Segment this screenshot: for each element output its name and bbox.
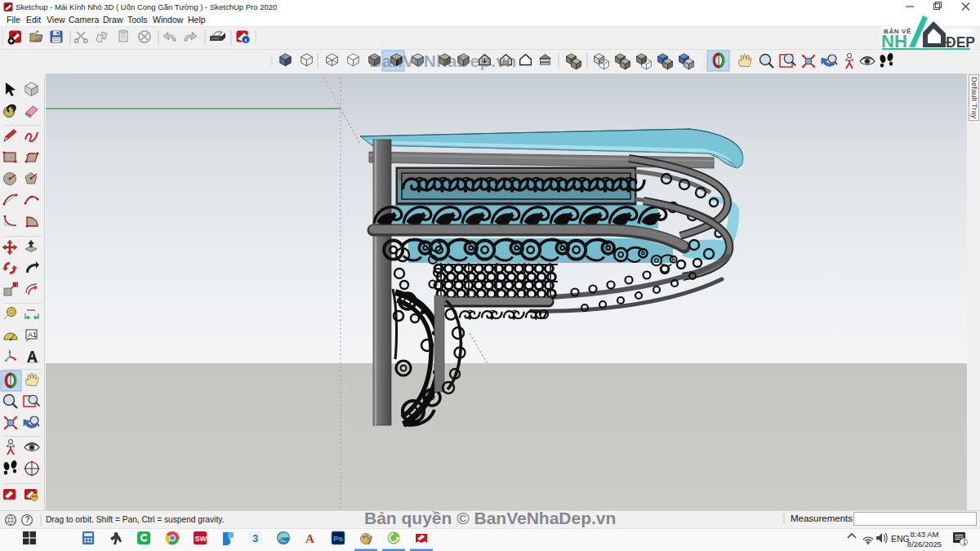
svg-text:?: ? [25, 515, 30, 524]
svg-text:A1: A1 [28, 331, 37, 339]
svg-text:A: A [305, 532, 314, 545]
svg-text:SW: SW [195, 535, 207, 543]
svg-text:Ps: Ps [333, 534, 343, 543]
svg-text:1: 1 [963, 538, 967, 546]
svg-text:3: 3 [252, 532, 258, 544]
